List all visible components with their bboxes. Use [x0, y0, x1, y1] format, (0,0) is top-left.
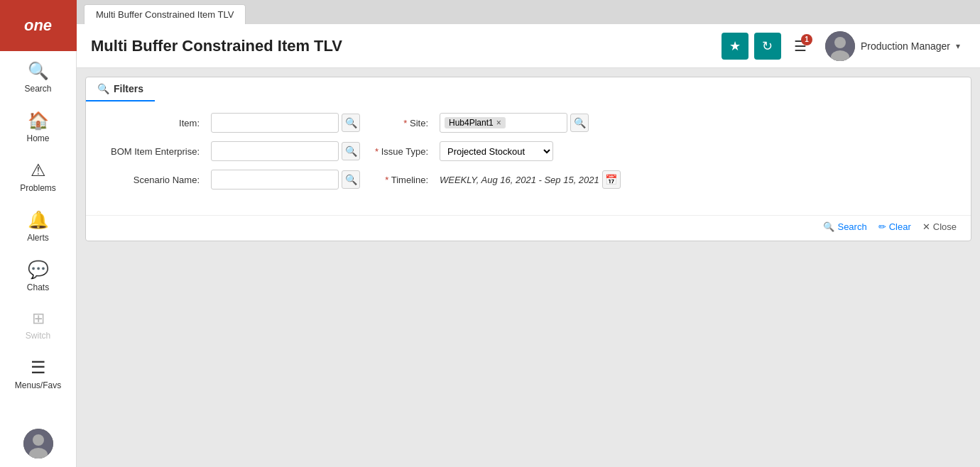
filter-actions: 🔍 Search ✏ Clear ✕ Close: [86, 215, 971, 241]
search-link[interactable]: 🔍 Search: [823, 221, 866, 232]
filters-tab[interactable]: 🔍 Filters: [86, 77, 155, 101]
sidebar-item-label: Chats: [27, 282, 49, 292]
sidebar: one 🔍 Search 🏠 Home ⚠ Problems 🔔 Alerts …: [0, 0, 77, 467]
header-bar: Multi Buffer Constrained Item TLV ★ ↻ ☰ …: [77, 24, 980, 68]
scenario-search-button[interactable]: 🔍: [342, 170, 360, 189]
item-input[interactable]: [211, 113, 339, 133]
bom-input-wrap: 🔍: [211, 141, 360, 161]
site-label: * Site:: [371, 118, 428, 128]
sidebar-item-label: Menus/Favs: [15, 380, 61, 390]
filters-panel: 🔍 Filters Item: 🔍 * Site:: [85, 77, 971, 241]
home-icon: 🏠: [28, 111, 49, 131]
filters-tab-label: Filters: [114, 83, 143, 94]
filter-row-item-site: Item: 🔍 * Site: Hub4Plant1: [100, 113, 957, 133]
scenario-input[interactable]: [211, 170, 339, 189]
main-content: Multi Buffer Constrained Item TLV Multi …: [77, 0, 980, 467]
item-search-button[interactable]: 🔍: [342, 114, 360, 132]
site-input-wrap: Hub4Plant1 × 🔍: [440, 113, 589, 133]
sidebar-item-home[interactable]: 🏠 Home: [0, 101, 76, 150]
sidebar-item-problems[interactable]: ⚠ Problems: [0, 150, 76, 200]
user-name: Production Manager: [861, 40, 950, 52]
clear-link[interactable]: ✏ Clear: [878, 221, 911, 232]
svg-point-4: [834, 37, 846, 48]
user-avatar-bottom: [23, 429, 53, 458]
scenario-label: Scenario Name:: [100, 175, 200, 185]
warning-icon: ⚠: [31, 160, 46, 180]
bom-search-button[interactable]: 🔍: [342, 142, 360, 160]
timeline-label: * Timeline:: [371, 175, 428, 185]
item-label: Item:: [100, 118, 200, 128]
timeline-value: WEEKLY, Aug 16, 2021 - Sep 15, 2021: [440, 175, 599, 185]
bom-label: BOM Item Enterprise:: [100, 146, 200, 157]
timeline-required-star: *: [385, 175, 388, 185]
sidebar-item-chats[interactable]: 💬 Chats: [0, 250, 76, 300]
search-link-icon: 🔍: [823, 221, 834, 232]
sidebar-avatar-bottom[interactable]: [0, 419, 76, 467]
bell-icon: 🔔: [28, 210, 49, 230]
filter-icon: 🔍: [97, 83, 109, 94]
user-avatar: [825, 31, 855, 61]
scenario-input-wrap: 🔍: [211, 170, 360, 189]
issue-type-label: * Issue Type:: [371, 146, 428, 157]
issue-type-required-star: *: [375, 146, 379, 157]
issue-type-wrap: Projected Stockout Excess Other: [440, 141, 553, 161]
site-required-star: *: [403, 118, 407, 128]
sidebar-item-label: Home: [26, 133, 49, 143]
sidebar-item-switch: ⊞ Switch: [0, 300, 76, 348]
page-title: Multi Buffer Constrained Item TLV: [91, 37, 722, 55]
close-link[interactable]: ✕ Close: [922, 221, 957, 232]
sidebar-item-label: Switch: [26, 331, 50, 341]
close-link-icon: ✕: [922, 221, 930, 232]
filter-row-scenario-timeline: Scenario Name: 🔍 * Timeline: WEEKLY, Aug…: [100, 170, 957, 189]
app-logo[interactable]: one: [0, 0, 77, 51]
notification-badge: 1: [801, 34, 812, 45]
timeline-wrap: WEEKLY, Aug 16, 2021 - Sep 15, 2021 📅: [440, 170, 621, 189]
content-area: 🔍 Filters Item: 🔍 * Site:: [77, 68, 980, 467]
item-input-wrap: 🔍: [211, 113, 360, 133]
menu-button[interactable]: ☰ 1: [787, 33, 814, 60]
header-actions: ★ ↻ ☰ 1 Production Manager ▾: [722, 28, 966, 64]
tab-multi-buffer[interactable]: Multi Buffer Constrained Item TLV: [84, 4, 246, 24]
chat-icon: 💬: [28, 260, 49, 280]
site-tag-remove[interactable]: ×: [496, 118, 501, 128]
switch-icon: ⊞: [32, 309, 45, 328]
site-tag: Hub4Plant1 ×: [445, 117, 506, 128]
user-dropdown[interactable]: Production Manager ▾: [820, 28, 966, 64]
chevron-down-icon: ▾: [956, 41, 960, 51]
refresh-button[interactable]: ↻: [754, 33, 781, 60]
filter-row-bom-issuetype: BOM Item Enterprise: 🔍 * Issue Type: Pro…: [100, 141, 957, 161]
svg-point-1: [33, 434, 44, 446]
filters-body: Item: 🔍 * Site: Hub4Plant1: [86, 101, 971, 212]
sidebar-item-label: Alerts: [27, 233, 49, 243]
sidebar-item-label: Problems: [20, 183, 56, 193]
site-tag-input[interactable]: Hub4Plant1 ×: [440, 113, 567, 133]
sidebar-item-search[interactable]: 🔍 Search: [0, 51, 76, 101]
tab-bar: Multi Buffer Constrained Item TLV: [77, 0, 980, 24]
bom-input[interactable]: [211, 141, 339, 161]
calendar-button[interactable]: 📅: [602, 170, 621, 189]
site-search-button[interactable]: 🔍: [570, 114, 589, 132]
issue-type-select[interactable]: Projected Stockout Excess Other: [440, 141, 553, 161]
clear-link-icon: ✏: [878, 221, 886, 232]
sidebar-item-label: Search: [24, 84, 51, 94]
star-icon: ★: [729, 38, 741, 54]
favorite-button[interactable]: ★: [722, 33, 748, 60]
sidebar-item-alerts[interactable]: 🔔 Alerts: [0, 200, 76, 250]
search-icon: 🔍: [28, 61, 49, 81]
sidebar-item-menus[interactable]: ☰ Menus/Favs: [0, 348, 76, 397]
refresh-icon: ↻: [762, 38, 773, 54]
menu-icon: ☰: [31, 358, 46, 378]
